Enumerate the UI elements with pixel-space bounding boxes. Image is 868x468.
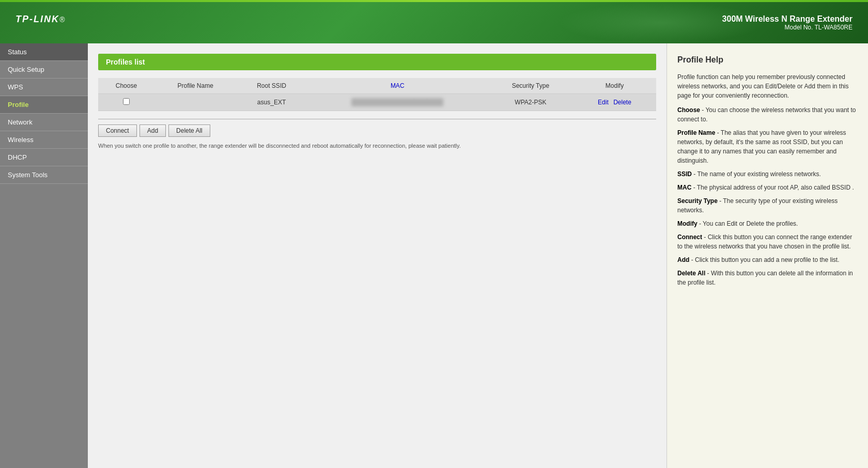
help-item-1: Profile Name - The alias that you have g…: [677, 128, 858, 165]
help-term-3: MAC: [677, 184, 691, 191]
note-text: When you switch one profile to another, …: [98, 142, 656, 150]
col-modify: Modify: [573, 78, 656, 94]
help-panel: Profile Help Profile function can help y…: [667, 43, 868, 468]
help-intro: Profile function can help you remember p…: [677, 72, 858, 100]
sidebar-item-network[interactable]: Network: [0, 114, 88, 131]
table-header-row: Choose Profile Name Root SSID MAC Securi…: [98, 78, 656, 94]
delete-all-button[interactable]: Delete All: [168, 124, 210, 137]
col-root-ssid: Root SSID: [236, 78, 306, 94]
header-info: 300M Wireless N Range Extender Model No.…: [722, 14, 853, 31]
help-term-2: SSID: [677, 170, 692, 178]
sidebar-item-wireless[interactable]: Wireless: [0, 131, 88, 149]
help-desc-7: - Click this button you can add a new pr…: [689, 256, 839, 263]
help-item-7: Add - Click this button you can add a ne…: [677, 255, 858, 264]
help-term-0: Choose: [677, 106, 700, 114]
cell-security-type: WPA2-PSK: [488, 94, 573, 111]
profile-table: Choose Profile Name Root SSID MAC Securi…: [98, 78, 656, 111]
help-title: Profile Help: [677, 54, 858, 66]
section-header: Profiles list: [98, 54, 656, 70]
cell-modify: Edit Delete: [573, 94, 656, 111]
delete-link[interactable]: Delete: [613, 99, 631, 106]
edit-link[interactable]: Edit: [598, 99, 609, 106]
add-button[interactable]: Add: [140, 124, 166, 137]
cell-choose: [98, 94, 154, 111]
help-item-6: Connect - Click this button you can conn…: [677, 232, 858, 251]
cell-root-ssid: asus_EXT: [236, 94, 306, 111]
cell-mac: AA BB CC DD EE FF: [307, 94, 488, 111]
help-item-0: Choose - You can choose the wireless net…: [677, 105, 858, 124]
help-desc-6: - Click this button you can connect the …: [677, 233, 852, 250]
table-row: asus_EXT AA BB CC DD EE FF WPA2-PSK Edit…: [98, 94, 656, 111]
main-content: Profiles list Choose Profile Name Root S…: [88, 43, 667, 468]
help-item-4: Security Type - The security type of you…: [677, 196, 858, 215]
cell-profile-name: [154, 94, 237, 111]
help-item-2: SSID - The name of your existing wireles…: [677, 169, 858, 179]
choose-checkbox[interactable]: [123, 98, 130, 105]
sidebar-item-wps[interactable]: WPS: [0, 79, 88, 96]
help-item-8: Delete All - With this button you can de…: [677, 269, 858, 287]
main-layout: Status Quick Setup WPS Profile Network W…: [0, 43, 868, 468]
help-term-1: Profile Name: [677, 129, 715, 136]
col-mac: MAC: [307, 78, 488, 94]
logo-text: TP-LINK: [16, 14, 59, 24]
help-desc-3: - The physical address of your root AP, …: [691, 184, 854, 191]
col-security-type: Security Type: [488, 78, 573, 94]
mac-value: AA BB CC DD EE FF: [351, 98, 443, 106]
sidebar: Status Quick Setup WPS Profile Network W…: [0, 43, 88, 468]
help-term-8: Delete All: [677, 270, 705, 277]
help-term-5: Modify: [677, 220, 698, 227]
help-term-7: Add: [677, 256, 689, 263]
logo-sup: ®: [59, 15, 66, 24]
model-number: Model No. TL-WA850RE: [722, 24, 853, 31]
sidebar-item-profile[interactable]: Profile: [0, 96, 88, 114]
product-name: 300M Wireless N Range Extender: [722, 14, 853, 24]
col-choose: Choose: [98, 78, 154, 94]
sidebar-item-system-tools[interactable]: System Tools: [0, 166, 88, 184]
help-desc-5: - You can Edit or Delete the profiles.: [698, 220, 798, 227]
col-profile-name: Profile Name: [154, 78, 237, 94]
sidebar-item-quick-setup[interactable]: Quick Setup: [0, 61, 88, 79]
help-term-6: Connect: [677, 233, 702, 241]
sidebar-item-dhcp[interactable]: DHCP: [0, 149, 88, 166]
connect-button[interactable]: Connect: [98, 124, 137, 137]
help-item-5: Modify - You can Edit or Delete the prof…: [677, 219, 858, 228]
content-area: Profiles list Choose Profile Name Root S…: [88, 43, 868, 468]
help-item-3: MAC - The physical address of your root …: [677, 183, 858, 192]
logo: TP-LINK®: [16, 13, 66, 33]
help-desc-2: - The name of your existing wireless net…: [692, 170, 821, 178]
sidebar-item-status[interactable]: Status: [0, 43, 88, 61]
help-term-4: Security Type: [677, 197, 718, 205]
header: TP-LINK® 300M Wireless N Range Extender …: [0, 2, 868, 43]
button-row: Connect Add Delete All: [98, 124, 656, 137]
help-desc-0: - You can choose the wireless networks t…: [677, 106, 856, 123]
